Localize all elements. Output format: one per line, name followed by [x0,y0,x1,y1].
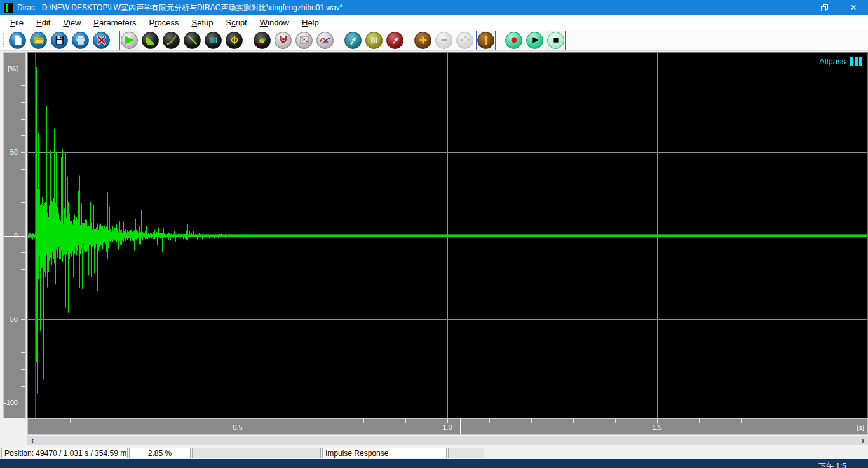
y-minor-tick [21,286,25,286]
zoom-in-button[interactable] [414,32,431,49]
bars-icon [207,33,220,47]
status-position: Position: 49470 / 1.031 s / 354.59 m [1,448,128,458]
parameter-table-button[interactable] [295,32,313,49]
frequency-response-button-wrap [315,31,335,50]
table-icon [297,33,311,47]
play-button[interactable] [526,32,543,49]
waterfall-view-button-wrap [252,31,272,50]
restore-button[interactable] [810,0,839,15]
phase-view-button-wrap [224,31,244,50]
phi-icon [227,33,241,47]
menu-setup[interactable]: Setup [186,16,220,29]
taskbar-clock: 下午 1:5 [818,461,846,468]
varrow-icon [479,33,493,47]
title-bar: Dirac - D:\NEW DESKTOP\LW室内声学有限元分析与DIRAC… [0,0,868,15]
source-magnet-button-wrap [273,31,293,50]
window-title: Dirac - D:\NEW DESKTOP\LW室内声学有限元分析与DIRAC… [17,3,780,13]
close-icon: × [850,3,856,13]
decay-curve-view-button[interactable] [142,32,159,49]
new-file-button-wrap [8,31,27,50]
x-minor-tick [154,419,154,423]
new-file-button[interactable] [9,32,26,49]
menu-script[interactable]: Script [220,16,254,29]
filter-bands-button[interactable] [365,32,383,49]
curve-icon [165,33,179,47]
print-icon [74,33,88,47]
menu-process[interactable]: Process [143,16,186,29]
x-minor-tick [447,419,448,423]
zoom-in-button-wrap [413,31,433,50]
record-button[interactable] [505,32,522,49]
save-button[interactable] [51,32,68,49]
waterfall-view-button[interactable] [254,32,271,49]
threebars-icon [367,33,381,47]
schroeder-curve-view-button[interactable] [163,32,180,49]
status-view-name: Impulse Response [322,448,447,458]
y-minor-tick [21,352,25,353]
x-minor-tick [238,419,238,423]
stop-button[interactable] [547,32,564,49]
y-minor-tick [21,102,25,103]
x-minor-tick [280,419,280,423]
x-axis-label: 0.5 [233,423,242,431]
menu-help[interactable]: Help [295,16,325,29]
x-minor-tick [405,419,406,423]
menu-bar: FileEditViewParametersProcessSetupScript… [0,15,868,30]
y-minor-tick [21,69,25,69]
scrollbar-track[interactable]: ‹ › [27,436,868,445]
source-magnet-button[interactable] [275,32,292,49]
print-button[interactable] [72,32,89,49]
toolbar-gripper[interactable] [1,32,4,48]
y-minor-tick [21,386,25,387]
y-axis-label: 50 [10,148,18,156]
y-minor-tick [21,152,25,153]
arrowbend-icon [346,33,360,47]
menu-edit[interactable]: Edit [30,16,57,29]
x-minor-tick [489,419,490,423]
phase-view-button[interactable] [226,32,243,49]
x-axis-label: 1.0 [442,423,452,431]
signal-end-marker [460,419,461,434]
menu-file[interactable]: File [4,16,30,29]
diagline-icon [186,33,200,47]
x-minor-tick [70,419,71,423]
fourarrows-icon [458,33,472,47]
quarter-icon [144,33,158,47]
menu-window[interactable]: Window [254,16,295,29]
magnet-icon [276,33,290,47]
minimize-icon [792,8,798,8]
x-minor-tick [741,419,742,423]
playblack-icon [528,33,542,47]
vertical-autoscale-button[interactable] [477,32,494,49]
xmark-icon [95,33,109,47]
open-file-button[interactable] [30,32,47,49]
scroll-left-icon[interactable]: ‹ [28,436,37,445]
impulse-response-view-button[interactable] [121,32,138,49]
impulse-response-view-button-wrap [119,31,139,50]
x-axis-band: 0.51.01.5[s] [27,418,868,435]
x-minor-tick [783,419,783,423]
vertical-autoscale-button-wrap [476,31,496,50]
close-file-button[interactable] [93,32,110,49]
scroll-right-icon[interactable]: › [858,436,867,445]
spectrum-view-button-wrap [203,31,223,50]
x-minor-tick [363,419,364,423]
menu-parameters[interactable]: Parameters [87,16,142,29]
frequency-response-button[interactable] [316,32,334,49]
pointer-tool-button[interactable] [386,32,403,49]
waveform-plot[interactable]: Allpass [27,52,868,418]
arrowne-icon [388,33,402,47]
close-button[interactable]: × [839,0,868,15]
channel-label: Allpass [819,57,846,66]
channel-overlay: Allpass [819,57,862,66]
y-minor-tick [21,186,25,186]
minimize-button[interactable] [780,0,810,15]
menu-view[interactable]: View [57,16,87,29]
app-icon [4,3,13,13]
spectrum-view-button[interactable] [205,32,222,49]
zoom-out-button-wrap [434,31,454,50]
regression-line-view-button[interactable] [184,32,201,49]
marker-tool-button[interactable] [344,32,362,49]
x-minor-tick [699,419,700,423]
plus-icon [416,33,430,47]
